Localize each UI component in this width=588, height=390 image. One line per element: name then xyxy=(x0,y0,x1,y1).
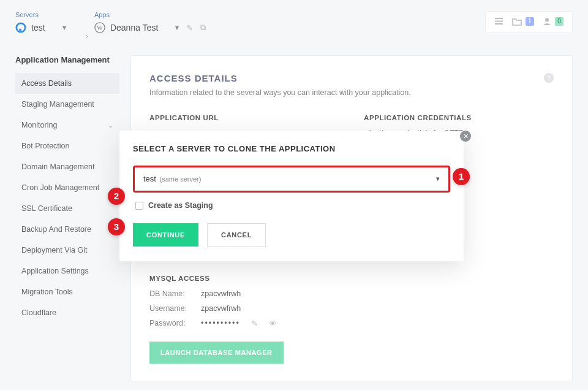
sidebar-item-domain-management[interactable]: Domain Management xyxy=(15,156,119,177)
caret-down-icon: ▾ xyxy=(436,175,440,183)
sidebar-item-migration-tools[interactable]: Migration Tools xyxy=(15,281,119,302)
crumb-apps: Apps W Deanna Test ▾ ✎ ⧉ xyxy=(94,11,206,33)
topbar-actions: 1 0 xyxy=(485,11,573,33)
sidebar-item-staging-management[interactable]: Staging Management xyxy=(15,94,119,115)
create-as-staging-row[interactable]: Create as Staging xyxy=(133,199,450,210)
close-icon[interactable]: ✕ xyxy=(460,131,471,142)
sidebar-title: Application Management xyxy=(15,55,119,64)
sidebar-item-cron-job-management[interactable]: Cron Job Management xyxy=(15,177,119,198)
server-name[interactable]: test xyxy=(31,23,45,32)
card-subtitle: Information related to the several ways … xyxy=(149,88,554,97)
server-select-note: (same server) xyxy=(160,175,202,183)
sidebar-item-application-settings[interactable]: Application Settings xyxy=(15,261,119,281)
external-link-icon[interactable]: ⧉ xyxy=(200,23,206,32)
svg-rect-6 xyxy=(495,23,503,25)
callout-1: 1 xyxy=(453,168,470,185)
username-key: Username: xyxy=(149,304,194,313)
dbname-value: zpacvwfrwh xyxy=(201,289,241,298)
svg-text:W: W xyxy=(97,25,103,31)
password-value: •••••••••• xyxy=(201,319,240,328)
sidebar-item-deployment-via-git[interactable]: Deployment Via Git xyxy=(15,240,119,261)
sidebar: Application Management Access Details St… xyxy=(15,55,119,381)
svg-rect-5 xyxy=(495,21,503,22)
credentials-label: APPLICATION CREDENTIALS xyxy=(364,114,554,121)
list-icon[interactable] xyxy=(494,17,503,28)
svg-rect-1 xyxy=(19,29,21,31)
modal-title: SELECT A SERVER TO CLONE THE APPLICATION xyxy=(133,144,450,153)
svg-point-7 xyxy=(545,18,549,21)
server-select-value: test xyxy=(143,174,156,183)
topbar: Servers test ▾ › Apps W Deanna Test ▾ ✎ … xyxy=(0,0,588,43)
server-select[interactable]: test (same server) ▾ xyxy=(135,167,448,191)
server-select-highlight: test (same server) ▾ xyxy=(133,166,450,193)
reveal-password-icon[interactable]: 👁 xyxy=(269,319,277,328)
create-as-staging-label: Create as Staging xyxy=(148,201,213,210)
svg-rect-4 xyxy=(495,18,503,19)
callout-3: 3 xyxy=(108,218,125,235)
mysql-label: MYSQL ACCESS xyxy=(149,275,554,282)
chevron-right-icon: › xyxy=(86,31,88,43)
sidebar-item-monitoring[interactable]: Monitoring⌄ xyxy=(15,115,119,136)
card-title: ACCESS DETAILS xyxy=(149,73,238,83)
user-icon[interactable]: 0 xyxy=(543,17,564,28)
callout-2: 2 xyxy=(108,188,125,205)
sidebar-item-bot-protection[interactable]: Bot Protection xyxy=(15,136,119,156)
help-icon[interactable]: ? xyxy=(544,73,554,83)
crumb-servers: Servers test ▾ xyxy=(15,11,66,33)
sidebar-item-ssl-certificate[interactable]: SSL Certificate xyxy=(15,198,119,219)
sidebar-item-backup-and-restore[interactable]: Backup And Restore xyxy=(15,219,119,240)
clone-modal: ✕ SELECT A SERVER TO CLONE THE APPLICATI… xyxy=(119,131,464,261)
crumb-servers-label: Servers xyxy=(15,11,66,18)
app-url-label: APPLICATION URL xyxy=(149,114,339,121)
password-key: Password: xyxy=(149,319,194,328)
continue-button[interactable]: CONTINUE xyxy=(133,223,198,247)
username-value: zpacvwfrwh xyxy=(201,304,241,313)
sidebar-item-access-details[interactable]: Access Details xyxy=(15,73,119,94)
chevron-down-icon[interactable]: ▾ xyxy=(62,23,66,32)
edit-icon[interactable]: ✎ xyxy=(186,23,193,32)
chevron-down-icon[interactable]: ▾ xyxy=(175,23,179,32)
dbname-key: DB Name: xyxy=(149,289,194,298)
create-as-staging-checkbox[interactable] xyxy=(135,202,143,210)
chevron-down-icon[interactable]: ⌄ xyxy=(108,121,113,129)
sidebar-item-cloudflare[interactable]: Cloudflare xyxy=(15,302,119,323)
cancel-button[interactable]: CANCEL xyxy=(207,223,266,247)
mysql-section: MYSQL ACCESS DB Name:zpacvwfrwh Username… xyxy=(149,275,554,364)
wordpress-icon: W xyxy=(94,22,105,33)
crumb-apps-label: Apps xyxy=(94,11,206,18)
user-badge: 0 xyxy=(555,17,564,26)
launch-database-manager-button[interactable]: LAUNCH DATABASE MANAGER xyxy=(149,342,284,364)
folder-icon[interactable]: 1 xyxy=(512,17,534,28)
edit-password-icon[interactable]: ✎ xyxy=(251,319,258,328)
digitalocean-icon xyxy=(15,22,26,33)
folder-badge: 1 xyxy=(526,17,534,26)
app-name[interactable]: Deanna Test xyxy=(110,23,158,32)
